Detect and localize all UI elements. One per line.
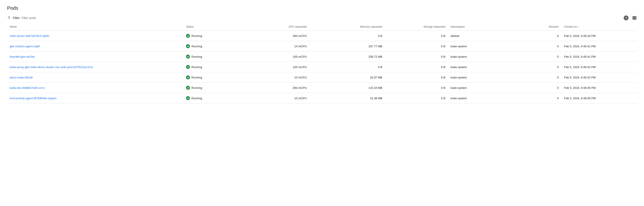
created-cell: Feb 5, 2024, 9:46:05 PM <box>561 93 637 104</box>
col-header-created[interactable]: Created on ↑ <box>561 23 637 31</box>
running-icon <box>186 54 190 58</box>
svg-rect-3 <box>633 16 634 20</box>
restarts-cell: 0 <box>511 93 561 104</box>
table-row: hello-server-6db7b479c4-5p6tcRunning400 … <box>7 31 637 41</box>
col-header-status: Status <box>183 23 246 31</box>
col-header-memory: Memory requested <box>310 23 385 31</box>
pod-link[interactable]: konnectivity-agent-9f7b9f44b-xspwm <box>10 96 56 100</box>
memory-cell: 209.72 MB <box>310 52 385 62</box>
restarts-cell: 0 <box>511 52 561 62</box>
table-header: Name Status CPU requested Memory request… <box>7 23 637 31</box>
restarts-cell: 0 <box>511 72 561 83</box>
col-header-name: Name <box>7 23 183 31</box>
status-text: Running <box>191 86 202 90</box>
cpu-cell: 10 mCPU <box>246 93 310 104</box>
memory-cell: 20.97 MB <box>310 72 385 83</box>
col-header-restarts: Restarts <box>511 23 561 31</box>
namespace-cell: kube-system <box>448 62 511 72</box>
status-text: Running <box>191 55 202 58</box>
cpu-cell: 100 mCPU <box>246 52 310 62</box>
created-cell: Feb 5, 2024, 9:45:42 PM <box>561 62 637 72</box>
svg-rect-5 <box>636 16 636 20</box>
running-icon <box>186 86 190 90</box>
svg-rect-4 <box>634 16 635 20</box>
table-row: pdcsi-node-b9cddRunning10 mCPU20.97 MB0 … <box>7 72 637 83</box>
storage-cell: 0 B <box>385 93 448 104</box>
status-cell: Running <box>186 54 244 58</box>
memory-cell: 115.34 MB <box>310 83 385 93</box>
storage-cell: 0 B <box>385 83 448 93</box>
filter-input[interactable] <box>22 16 66 20</box>
status-cell: Running <box>186 34 244 38</box>
pod-link[interactable]: hello-server-6db7b479c4-5p6tc <box>10 34 50 38</box>
pod-link[interactable]: kube-proxy-gke-hello-demo-cluster-my-nod… <box>10 66 93 69</box>
namespace-cell: kube-system <box>448 93 511 104</box>
col-header-storage: Storage requested <box>385 23 448 31</box>
pods-table: Name Status CPU requested Memory request… <box>7 23 637 104</box>
created-cell: Feb 5, 2024, 9:45:28 PM <box>561 31 637 41</box>
restarts-cell: 0 <box>511 31 561 41</box>
created-cell: Feb 5, 2024, 9:45:41 PM <box>561 52 637 62</box>
filter-icon <box>7 16 11 20</box>
memory-cell: 31.46 MB <box>310 93 385 104</box>
storage-cell: 0 B <box>385 62 448 72</box>
cpu-cell: 400 mCPU <box>246 31 310 41</box>
running-icon <box>186 75 190 79</box>
memory-cell: 0 B <box>310 62 385 72</box>
pod-link[interactable]: gke-metrics-agent-wqltf <box>10 45 40 48</box>
col-header-cpu: CPU requested <box>246 23 310 31</box>
table-row: kube-dns-5bfd847c64-vcrrsRunning260 mCPU… <box>7 83 637 93</box>
help-icon[interactable]: ? <box>624 16 628 20</box>
filter-label: Filter <box>13 16 20 20</box>
running-icon <box>186 44 190 48</box>
status-cell: Running <box>186 44 244 48</box>
toolbar-left: Filter <box>7 16 66 20</box>
table-row: kube-proxy-gke-hello-demo-cluster-my-nod… <box>7 62 637 72</box>
cpu-cell: 100 mCPU <box>246 62 310 72</box>
running-icon <box>186 34 190 38</box>
created-cell: Feb 5, 2024, 9:46:05 PM <box>561 83 637 93</box>
status-text: Running <box>191 96 202 100</box>
table-row: konnectivity-agent-9f7b9f44b-xspwmRunnin… <box>7 93 637 104</box>
storage-cell: 0 B <box>385 52 448 62</box>
table-row: fluentbit-gke-dm2bzRunning100 mCPU209.72… <box>7 52 637 62</box>
cpu-cell: 260 mCPU <box>246 83 310 93</box>
status-text: Running <box>191 66 202 69</box>
storage-cell: 0 B <box>385 72 448 83</box>
sort-arrow-created: ↑ <box>578 26 580 28</box>
cpu-cell: 14 mCPU <box>246 41 310 52</box>
created-cell: Feb 5, 2024, 9:45:42 PM <box>561 72 637 83</box>
running-icon <box>186 65 190 69</box>
status-cell: Running <box>186 65 244 69</box>
memory-cell: 0 B <box>310 31 385 41</box>
col-header-namespace: Namespace <box>448 23 511 31</box>
namespace-cell: kube-system <box>448 83 511 93</box>
cpu-cell: 10 mCPU <box>246 72 310 83</box>
toolbar-right: ? <box>624 16 637 20</box>
created-cell: Feb 5, 2024, 9:45:41 PM <box>561 41 637 52</box>
pod-link[interactable]: kube-dns-5bfd847c64-vcrrs <box>10 86 45 90</box>
table-row: gke-metrics-agent-wqltfRunning14 mCPU167… <box>7 41 637 52</box>
memory-cell: 167.77 MB <box>310 41 385 52</box>
running-icon <box>186 96 190 100</box>
status-text: Running <box>191 45 202 48</box>
storage-cell: 0 B <box>385 41 448 52</box>
status-cell: Running <box>186 86 244 90</box>
restarts-cell: 0 <box>511 62 561 72</box>
status-cell: Running <box>186 75 244 79</box>
namespace-cell: kube-system <box>448 52 511 62</box>
pod-link[interactable]: pdcsi-node-b9cdd <box>10 76 32 79</box>
status-text: Running <box>191 76 202 79</box>
restarts-cell: 0 <box>511 41 561 52</box>
namespace-cell: default <box>448 31 511 41</box>
pod-link[interactable]: fluentbit-gke-dm2bz <box>10 55 35 58</box>
status-text: Running <box>191 34 202 38</box>
restarts-cell: 0 <box>511 83 561 93</box>
columns-icon[interactable] <box>632 16 637 20</box>
namespace-cell: kube-system <box>448 72 511 83</box>
status-cell: Running <box>186 96 244 100</box>
storage-cell: 0 B <box>385 31 448 41</box>
table-body: hello-server-6db7b479c4-5p6tcRunning400 … <box>7 31 637 104</box>
toolbar: Filter ? <box>7 16 637 20</box>
page-title: Pods <box>7 5 637 11</box>
